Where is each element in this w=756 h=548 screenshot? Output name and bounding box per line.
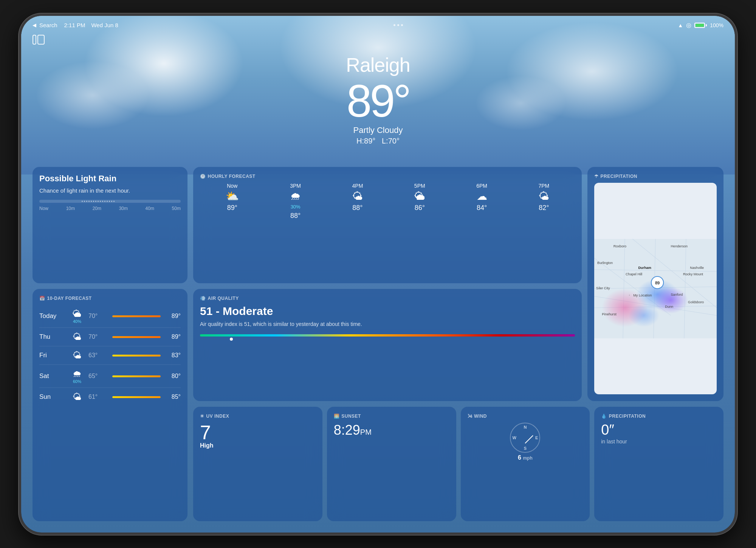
rain-card: Possible Light Rain Chance of light rain…	[33, 167, 187, 284]
back-arrow-icon: ◀	[33, 22, 36, 28]
battery-tip	[706, 24, 707, 26]
wifi-icon: ◎	[686, 22, 691, 29]
weather-condition: Partly Cloudy	[21, 125, 735, 135]
hourly-temp-0: 89°	[227, 204, 237, 212]
hourly-forecast-card: 🕐 HOURLY FORECAST Now ⛅ 89° 3PM 🌧 30% 88…	[193, 167, 582, 284]
forecast-high-1: 89°	[164, 333, 181, 340]
ipad-device: ◀ Search 2:11 PM Wed Jun 8 ▲ ◎ 100%	[19, 14, 737, 535]
hourly-item-7pm: 7PM 🌤 82°	[538, 183, 549, 220]
forecast-icon-0: 🌥	[73, 309, 82, 319]
sidebar-right-icon	[37, 35, 45, 45]
sun-icon: ☀	[200, 414, 204, 419]
precip-map-label: PRECIPITATION	[601, 174, 637, 179]
map-container[interactable]: Roxboro Henderson Burlington Durham Nash…	[594, 183, 717, 395]
location-icon: ▲	[678, 22, 683, 28]
status-right: ▲ ◎ 100%	[678, 22, 723, 29]
svg-text:Roxboro: Roxboro	[613, 244, 626, 248]
svg-point-13	[629, 304, 659, 327]
forecast-high-2: 83°	[164, 352, 181, 359]
forecast-icon-1: 🌤	[73, 332, 82, 342]
precip-last-hour-label: PRECIPITATION	[609, 414, 646, 419]
forecast-row-sun: Sun 🌤 61° 85°	[39, 388, 181, 406]
svg-text:Durham: Durham	[638, 266, 651, 269]
rain-description: Chance of light rain in the next hour.	[39, 187, 181, 195]
back-label[interactable]: Search	[39, 22, 57, 28]
air-quality-header: 💨 AIR QUALITY	[200, 296, 575, 301]
uv-header: ☀ UV INDEX	[200, 414, 316, 419]
hourly-time-0: Now	[227, 183, 237, 189]
sidebar-left-icon	[33, 35, 36, 45]
wind-speed-display: 6 mph	[468, 454, 583, 461]
high-temp: H:89°	[356, 137, 375, 145]
sunset-header: 🌅 SUNSET	[334, 414, 449, 419]
forecast-low-3: 65°	[88, 373, 109, 380]
ten-day-forecast-card: 📅 10-DAY FORECAST Today 🌥 40% 70° 89°	[33, 289, 187, 521]
hourly-item-6pm: 6PM ☁ 84°	[476, 183, 487, 220]
svg-text:Chapel Hill: Chapel Hill	[626, 272, 642, 276]
forecast-row-today: Today 🌥 40% 70° 89°	[39, 305, 181, 328]
rain-bar	[39, 200, 181, 203]
calendar-icon: 📅	[39, 296, 45, 301]
forecast-pct-0: 40%	[73, 319, 81, 324]
hourly-icon-4: ☁	[477, 191, 487, 202]
status-date: Wed Jun 8	[91, 22, 118, 28]
forecast-row-fri: Fri 🌤 63° 83°	[39, 346, 181, 365]
hourly-header-label: HOURLY FORECAST	[208, 174, 256, 179]
svg-text:Siler City: Siler City	[596, 286, 610, 290]
forecast-row-sat: Sat 🌧 60% 65° 80°	[39, 365, 181, 388]
svg-text:Nashville: Nashville	[690, 266, 704, 269]
hourly-rain-1: 30%	[291, 204, 301, 210]
forecast-day-3: Sat	[39, 372, 66, 380]
wind-compass: N S E W	[510, 423, 540, 453]
screen: ◀ Search 2:11 PM Wed Jun 8 ▲ ◎ 100%	[21, 16, 735, 533]
svg-text:Burlington: Burlington	[597, 261, 613, 264]
wind-card: 🌬 WIND N S E W 6 mph	[461, 407, 590, 521]
precip-amount: 0″	[601, 423, 717, 437]
svg-point-12	[654, 287, 688, 313]
svg-text:My Location: My Location	[633, 293, 652, 297]
wind-direction-arrow	[525, 435, 534, 444]
sunset-icon: 🌅	[334, 414, 340, 419]
forecast-icon-4: 🌤	[73, 392, 82, 402]
status-center-dots	[393, 24, 403, 26]
svg-text:Pinehurst: Pinehurst	[602, 312, 617, 316]
svg-text:Sanford: Sanford	[671, 292, 683, 296]
city-name: Raleigh	[21, 54, 735, 76]
sunset-card: 🌅 SUNSET 8:29PM	[327, 407, 456, 521]
forecast-bar-0	[112, 315, 161, 317]
umbrella-icon: ☂	[594, 174, 599, 179]
compass-west: W	[512, 435, 516, 440]
forecast-low-0: 70°	[88, 313, 109, 320]
forecast-bar-4	[112, 396, 161, 398]
hourly-item-4pm: 4PM 🌤 88°	[352, 183, 363, 220]
svg-text:Goldsboro: Goldsboro	[688, 300, 704, 304]
hourly-time-1: 3PM	[290, 183, 301, 189]
forecast-high-4: 85°	[164, 394, 181, 400]
wind-compass-icon: 🌬	[468, 414, 472, 419]
hourly-icon-1: 🌧	[290, 191, 301, 202]
hourly-temp-4: 84°	[477, 204, 487, 212]
map-svg: Roxboro Henderson Burlington Durham Nash…	[594, 183, 717, 395]
hourly-temp-1: 88°	[290, 212, 301, 220]
forecast-low-1: 70°	[88, 333, 109, 340]
hourly-icon-5: 🌤	[539, 191, 549, 202]
rain-time-labels: Now 10m 20m 30m 40m 50m	[39, 206, 181, 211]
rain-dots	[82, 201, 174, 202]
air-quality-card: 💨 AIR QUALITY 51 - Moderate Air quality …	[193, 289, 582, 401]
hourly-icon-2: 🌤	[352, 191, 363, 202]
rain-timeline: Now 10m 20m 30m 40m 50m	[39, 200, 181, 211]
current-temperature: 89°	[21, 78, 735, 123]
hourly-items-row: Now ⛅ 89° 3PM 🌧 30% 88° 4PM 🌤 88°	[200, 183, 575, 220]
forecast-pct-3: 60%	[73, 379, 81, 384]
precip-value: 0″	[601, 422, 614, 438]
rain-title: Possible Light Rain	[39, 174, 181, 184]
wind-header: 🌬 WIND	[468, 414, 583, 419]
forecast-row-thu: Thu 🌤 70° 89°	[39, 328, 181, 346]
air-quality-label: AIR QUALITY	[208, 296, 239, 301]
sunset-header-label: SUNSET	[341, 414, 361, 419]
hourly-temp-2: 88°	[352, 204, 363, 212]
hourly-time-4: 6PM	[476, 183, 487, 189]
sidebar-toggle-button[interactable]	[33, 35, 45, 45]
precip-map-header: ☂ PRECIPITATION	[594, 174, 717, 179]
hourly-icon-0: ⛅	[226, 191, 239, 202]
